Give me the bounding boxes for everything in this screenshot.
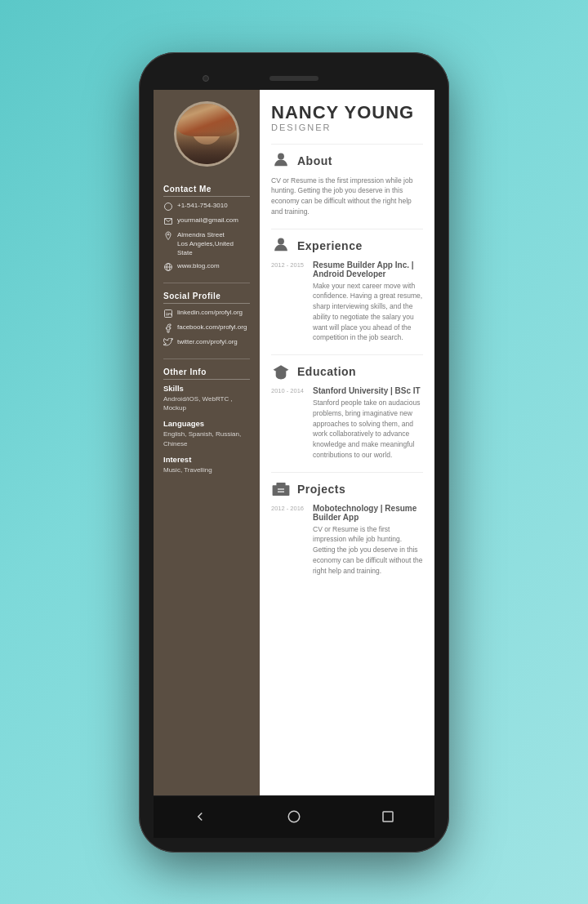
other-info-section: Other Info Skills Android/iOS, WebRTC , … [154,361,260,486]
phone-frame: Contact Me +1-541-754-3010 yourmail@gmai… [139,52,449,853]
about-section-header: About [271,151,423,171]
phone-speaker [270,76,318,81]
home-button[interactable] [279,802,309,831]
languages-label: Languages [163,419,250,428]
experience-text: Make your next career move with confiden… [313,281,423,344]
projects-section: Projects 2012 - 2016 Mobotechnology | Re… [271,479,423,577]
languages-value: English, Spanish, Russian, Chinese [163,430,250,448]
projects-date: 2012 - 2016 [271,504,308,577]
contact-address-text: Almendra Street Los Angeles,United State [177,230,250,258]
projects-text: CV or Resume is the first impression whi… [313,524,423,577]
svg-point-2 [167,234,169,235]
contact-website-text: www.blog.com [177,261,220,270]
projects-name: Mobotechnology | Resume Builder App [313,504,423,522]
skills-item: Skills Android/iOS, WebRTC , Mockup [163,384,250,412]
bottom-nav [154,795,434,838]
contact-section-title: Contact Me [163,185,250,197]
interest-value: Music, Travelling [163,465,250,474]
section-divider-2 [271,354,423,355]
about-section-title: About [297,154,332,167]
phone-top-bar [154,67,434,90]
social-section-title: Social Profile [163,292,250,304]
about-section: About CV or Resume is the first impressi… [271,151,423,217]
interest-label: Interest [163,455,250,464]
education-section-title: Education [297,365,356,378]
back-button[interactable] [185,802,215,831]
email-icon [163,216,173,226]
social-twitter-item: twitter.com/profyl.org [163,337,250,348]
contact-address-item: Almendra Street Los Angeles,United State [163,230,250,258]
svg-point-0 [165,203,172,210]
project-row: 2012 - 2016 Mobotechnology | Resume Buil… [271,504,423,577]
projects-content: Mobotechnology | Resume Builder App CV o… [313,504,423,577]
education-icon [271,362,291,381]
skills-value: Android/iOS, WebRTC , Mockup [163,394,250,412]
sidebar: Contact Me +1-541-754-3010 yourmail@gmai… [154,90,260,795]
interest-item: Interest Music, Travelling [163,455,250,474]
projects-section-title: Projects [297,483,345,496]
svg-rect-13 [276,483,285,486]
education-text: Stanford people take on audacious proble… [313,398,423,461]
languages-item: Languages English, Spanish, Russian, Chi… [163,419,250,448]
contact-website-item: www.blog.com [163,261,250,272]
svg-point-10 [278,238,284,244]
header-divider [271,144,423,145]
education-school: Stanford University | BSc IT [313,386,423,395]
social-facebook-item: facebook.com/profyl.org [163,323,250,333]
skills-label: Skills [163,384,250,393]
svg-point-16 [288,811,300,822]
contact-email-item: yourmail@gmail.com [163,216,250,226]
education-row: 2010 - 2014 Stanford University | BSc IT… [271,386,423,461]
about-icon [271,151,291,171]
avatar [174,101,239,167]
sidebar-divider-1 [163,283,250,283]
svg-rect-17 [383,812,393,822]
social-linkedin-item: linkedin.com/profyl.org [163,308,250,318]
about-text: CV or Resume is the first impression whi… [271,176,423,217]
education-date: 2010 - 2014 [271,386,308,461]
experience-section-header: Experience [271,236,423,256]
section-divider-1 [271,229,423,229]
projects-icon [271,479,291,499]
education-section: Education 2010 - 2014 Stanford Universit… [271,362,423,461]
resume-header: NANCY YOUNG DESIGNER [271,103,423,132]
contact-phone-item: +1-541-754-3010 [163,201,250,212]
twitter-icon [163,338,173,348]
experience-content: Resume Builder App Inc. | Android Develo… [313,261,423,344]
phone-screen: Contact Me +1-541-754-3010 yourmail@gmai… [154,90,434,795]
experience-company: Resume Builder App Inc. | Android Develo… [313,261,423,278]
globe-icon [163,262,173,272]
resume-container: Contact Me +1-541-754-3010 yourmail@gmai… [154,90,434,795]
education-section-header: Education [271,362,423,381]
avatar-area [154,90,260,178]
experience-row: 2012 - 2015 Resume Builder App Inc. | An… [271,261,423,344]
social-twitter-text: twitter.com/profyl.org [177,337,238,346]
social-linkedin-text: linkedin.com/profyl.org [177,308,243,317]
linkedin-icon [163,309,173,318]
avatar-hair [176,104,237,137]
projects-section-header: Projects [271,479,423,499]
resume-name: NANCY YOUNG [271,103,423,122]
location-icon [163,231,173,241]
recent-button[interactable] [373,802,403,831]
contact-section: Contact Me +1-541-754-3010 yourmail@gmai… [154,178,260,282]
section-divider-3 [271,472,423,473]
experience-section-title: Experience [297,239,363,252]
experience-section: Experience 2012 - 2015 Resume Builder Ap… [271,236,423,344]
phone-camera [203,75,209,82]
contact-phone-text: +1-541-754-3010 [177,201,228,210]
svg-point-9 [278,153,284,159]
resume-job-title: DESIGNER [271,122,423,132]
facebook-icon [163,323,173,333]
contact-email-text: yourmail@gmail.com [177,216,238,225]
social-facebook-text: facebook.com/profyl.org [177,323,247,332]
education-content: Stanford University | BSc IT Stanford pe… [313,386,423,461]
experience-date: 2012 - 2015 [271,261,308,344]
sidebar-divider-2 [163,358,250,359]
avatar-face [176,104,237,164]
other-info-section-title: Other Info [163,367,250,380]
phone-icon [163,202,173,212]
main-content[interactable]: NANCY YOUNG DESIGNER About [260,90,434,795]
svg-rect-12 [273,485,290,496]
experience-icon [271,236,291,256]
